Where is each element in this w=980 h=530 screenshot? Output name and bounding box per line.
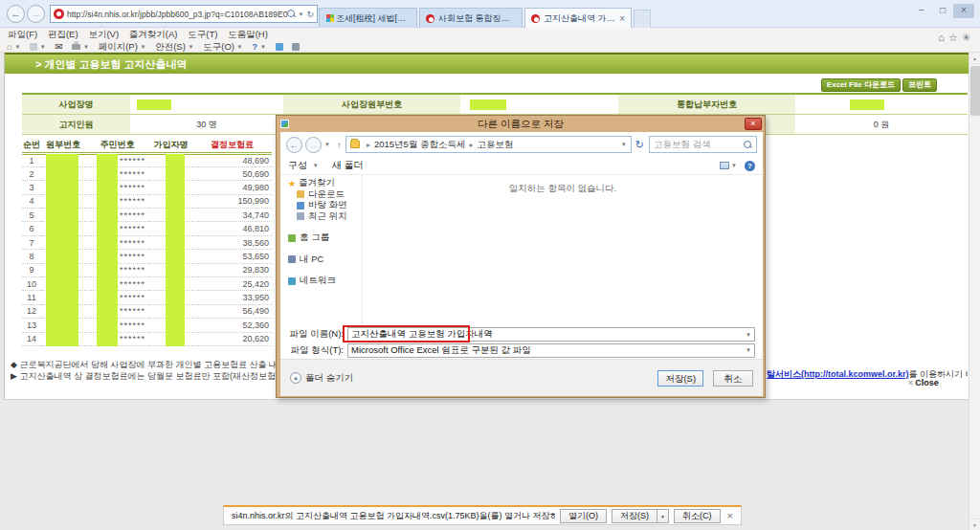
save-as-dialog: 다른 이름으로 저장 × ← → ▼ ↑ ▸ 2015년5월 종합소득세 ▸ 고… [276,115,766,398]
dialog-help-icon[interactable]: ? [745,161,755,171]
home-icon[interactable]: ⌂ [938,32,948,43]
settings-gear-icon[interactable]: ✳ [962,32,974,43]
menu-tools[interactable]: 도구(T) [188,28,217,40]
menu-edit[interactable]: 편집(E) [48,28,78,40]
col-name: 가입자명 [149,139,192,153]
url-text[interactable]: http://si4n.nhis.or.kr/jpbb/Jpbb600_p3.j… [67,10,287,19]
hide-folders-label: 폴더 숨기기 [305,372,353,385]
tab-notice-detail[interactable]: 고지산출내역 가입자 : 통합... × [524,8,632,28]
nav-history-dropdown-icon[interactable]: ▼ [324,142,330,147]
feeds-icon[interactable]: ▼ [30,40,46,54]
tab-favicon-icon [426,14,434,23]
sidebar-item-homegroup[interactable]: 홈 그룹 [280,232,362,244]
favorites-star-icon[interactable]: ☆ [948,32,962,43]
row-premium: 20,620 [192,332,272,345]
row-premium: 48,690 [192,153,272,166]
excel-download-button[interactable]: Excel File 다운로드 [821,78,901,92]
browser-corner-icons: ⌂☆✳ [938,32,974,44]
browser-top-bar: ← → http://si4n.nhis.or.kr/jpbb/Jpbb600_… [0,0,980,28]
collapse-arrow-icon: ▲ [290,372,301,384]
new-folder-button[interactable]: 새 폴더 [332,159,364,172]
page-menu[interactable]: 페이지(P) ▼ [99,40,146,54]
cancel-button[interactable]: 취소(C) [674,509,721,523]
dialog-search-input[interactable]: 고용보험 검색 [649,136,757,153]
scrollbar-thumb[interactable] [970,66,980,116]
refresh-icon[interactable]: ↻ [306,10,314,19]
address-dropdown-icon[interactable]: ▼ [299,11,304,17]
new-tab-button[interactable] [634,10,651,28]
menu-file[interactable]: 파일(F) [8,28,37,40]
scroll-up-icon[interactable]: ▲ [969,53,980,64]
search-icon[interactable] [287,10,296,18]
address-bar[interactable]: http://si4n.nhis.or.kr/jpbb/Jpbb600_p3.j… [50,5,318,23]
row-seq: 5 [22,209,41,222]
tab-title: 조세[租稅] 세법[稅法]의 실무... [336,12,411,25]
safety-menu[interactable]: 안전(S) ▼ [155,40,193,54]
tab-favicon-icon [326,14,330,18]
organize-menu[interactable]: 구성 ▼ [288,159,319,172]
tools-menu[interactable]: 도구(O) ▼ [203,40,242,54]
print-icon[interactable]: ▼ [72,40,89,54]
tab-tax-law[interactable]: 조세[租稅] 세법[稅法]의 실무... [319,8,417,28]
filetype-dropdown-icon[interactable]: ▼ [746,347,751,353]
breadcrumb-dropdown-icon[interactable]: ▼ [621,142,627,147]
addon-icon[interactable] [276,40,283,53]
notification-close-icon[interactable]: × [727,510,733,521]
dialog-toolbar: 구성 ▼ 새 폴더 ▼ ? [280,157,763,175]
filetype-select[interactable]: Microsoft Office Excel 쉼표로 구분된 값 파일 ▼ [347,343,755,358]
sidebar-item-recent[interactable]: 최근 위치 [280,211,362,223]
filename-input[interactable]: 고지산출내역 고용보험 가입자내역 ▼ [347,327,755,342]
vertical-scrollbar[interactable]: ▲ ▼ [969,53,980,530]
close-page-button[interactable]: ×Close [908,378,939,387]
menu-help[interactable]: 도움말(H) [228,28,268,40]
dialog-back-button[interactable]: ← [286,137,302,153]
file-list-empty: 일치하는 항목이 없습니다. [363,175,763,326]
hide-folders-button[interactable]: ▲ 폴더 숨기기 [290,372,353,385]
close-window-button[interactable]: × [953,4,974,18]
tab-close-icon[interactable]: × [619,13,625,24]
view-dropdown-icon[interactable]: ▼ [731,163,737,168]
cancel-button[interactable]: 취소 [713,370,753,386]
home-icon[interactable]: ⌂ ▼ [7,40,20,54]
open-button[interactable]: 열기(O) [560,509,607,523]
save-button[interactable]: 저장(S) [657,370,703,386]
dialog-forward-button[interactable]: → [305,137,322,153]
sidebar-item-mypc[interactable]: 내 PC [280,254,362,266]
dialog-titlebar[interactable]: 다른 이름으로 저장 × [277,116,765,132]
breadcrumb-folder[interactable]: 2015년5월 종합소득세 [374,139,466,151]
read-mail-icon[interactable]: ✉ [56,40,63,53]
menu-view[interactable]: 보기(V) [88,28,119,40]
save-button[interactable]: 저장(S) [612,509,657,523]
total-service-link[interactable]: 탈서비스(http://total.kcomwel.or.kr) [767,369,909,379]
maximize-button[interactable]: □ [932,4,953,18]
workplace-name-value [130,95,283,115]
filename-dropdown-icon[interactable]: ▼ [746,332,751,338]
refresh-icon[interactable]: ↻ [635,139,644,151]
dialog-close-button[interactable]: × [745,118,762,130]
help-icon[interactable]: ? [252,40,257,53]
tab-social-insurance[interactable]: 사회보험 통합징수 포털 [419,8,523,28]
dialog-title: 다른 이름으로 저장 [277,118,765,131]
addon2-icon[interactable] [292,40,300,53]
save-options-dropdown-icon[interactable]: ▼ [657,509,669,523]
breadcrumb-folder[interactable]: 고용보험 [478,139,514,151]
close-label: Close [915,378,939,387]
dialog-file-area: ★즐겨찾기 다운로드 바탕 화면 최근 위치 홈 그룹 내 PC 네트워크 일치… [280,175,763,326]
minimize-button[interactable]: − [911,4,932,18]
scroll-down-icon[interactable]: ▼ [969,519,980,530]
row-seq: 13 [22,319,41,332]
row-seq: 3 [22,181,41,194]
sidebar-item-network[interactable]: 네트워크 [280,276,362,287]
tab-bar: 조세[租稅] 세법[稅法]의 실무... 사회보험 통합징수 포털 고지산출내역… [319,8,651,28]
menu-favorites[interactable]: 즐겨찾기(A) [129,28,178,40]
print-button[interactable]: 프린트 [902,78,937,92]
row-seq: 12 [22,304,41,318]
row-seq: 14 [22,332,41,345]
up-folder-icon[interactable]: ↑ [337,140,342,150]
search-icon[interactable] [744,141,752,149]
breadcrumb[interactable]: ▸ 2015년5월 종합소득세 ▸ 고용보험 ▼ [345,136,632,153]
back-button[interactable]: ← [7,5,25,23]
window-controls: − □ × [911,4,974,18]
view-mode-icon[interactable] [720,162,729,169]
forward-button[interactable]: → [27,5,45,23]
